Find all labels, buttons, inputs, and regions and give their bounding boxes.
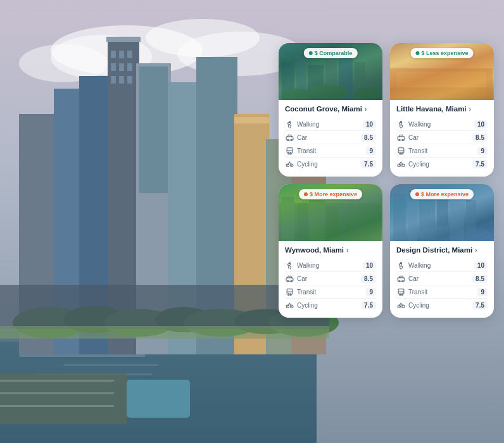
walking-icon <box>285 261 294 270</box>
svg-rect-44 <box>0 392 114 394</box>
badge-wynwood: $ More expensive <box>299 189 362 199</box>
svg-rect-79 <box>298 203 307 241</box>
main-container: $ ComparableCoconut Grove, Miami›Walking… <box>0 0 504 443</box>
transit-icon <box>285 287 294 296</box>
svg-rect-22 <box>119 51 124 58</box>
svg-rect-29 <box>127 76 132 84</box>
transport-label-walking: Walking <box>297 262 319 269</box>
transport-label-walking: Walking <box>408 262 431 269</box>
card-coconut-grove[interactable]: $ ComparableCoconut Grove, Miami›Walking… <box>279 43 382 177</box>
transport-score-cycling: 7.5 <box>361 301 376 309</box>
transport-row-transit: Transit9 <box>285 144 376 157</box>
transport-row-walking: Walking10 <box>396 259 488 271</box>
transport-score-transit: 9 <box>366 288 376 296</box>
cycling-icon <box>285 159 294 168</box>
svg-point-54 <box>310 85 348 100</box>
card-body-wynwood: Wynwood, Miami›Walking10Car8.5Transit9Cy… <box>279 241 382 318</box>
transport-score-transit: 9 <box>366 147 376 155</box>
transport-score-walking: 10 <box>363 120 376 128</box>
transport-label-car: Car <box>408 275 419 282</box>
card-little-havana[interactable]: $ Less expensiveLittle Havana, Miami›Wal… <box>390 43 494 177</box>
car-icon <box>285 133 294 142</box>
svg-rect-24 <box>111 63 116 71</box>
transport-row-cycling: Cycling7.5 <box>396 298 488 311</box>
card-image-design-district: $ More expensive <box>390 184 494 241</box>
transport-row-transit: Transit9 <box>396 285 488 298</box>
svg-rect-78 <box>282 197 294 241</box>
svg-rect-80 <box>309 200 325 241</box>
svg-rect-43 <box>0 380 114 382</box>
transport-label-transit: Transit <box>297 147 316 154</box>
card-title-little-havana[interactable]: Little Havana, Miami› <box>396 105 488 113</box>
svg-rect-45 <box>0 405 114 407</box>
transport-label-car: Car <box>297 275 307 282</box>
transport-score-car: 8.5 <box>361 134 376 142</box>
transport-label-car: Car <box>408 134 419 141</box>
cycling-icon <box>396 159 405 168</box>
card-image-coconut-grove: $ Comparable <box>279 43 382 100</box>
badge-design-district: $ More expensive <box>410 189 474 199</box>
card-body-design-district: Design District, Miami›Walking10Car8.5Tr… <box>390 241 494 318</box>
card-image-wynwood: $ More expensive <box>279 184 382 241</box>
svg-rect-67 <box>390 87 493 100</box>
transport-row-transit: Transit9 <box>285 285 376 298</box>
transport-row-cycling: Cycling7.5 <box>396 157 488 170</box>
transport-score-car: 8.5 <box>472 134 488 142</box>
transport-row-walking: Walking10 <box>285 118 376 130</box>
transport-row-car: Car8.5 <box>396 271 488 285</box>
transport-row-cycling: Cycling7.5 <box>285 157 376 170</box>
transport-score-cycling: 7.5 <box>472 301 488 309</box>
card-title-design-district[interactable]: Design District, Miami› <box>396 246 488 254</box>
card-title-wynwood[interactable]: Wynwood, Miami› <box>285 246 376 254</box>
transport-label-transit: Transit <box>297 289 316 296</box>
svg-rect-18 <box>234 117 269 123</box>
svg-rect-21 <box>111 51 116 58</box>
card-design-district[interactable]: $ More expensiveDesign District, Miami›W… <box>390 184 494 318</box>
transport-row-walking: Walking10 <box>396 118 488 130</box>
svg-rect-41 <box>0 326 329 339</box>
transport-label-car: Car <box>297 134 307 141</box>
svg-rect-28 <box>119 76 124 84</box>
transport-row-car: Car8.5 <box>285 130 376 144</box>
transport-label-transit: Transit <box>408 147 427 154</box>
card-body-coconut-grove: Coconut Grove, Miami›Walking10Car8.5Tran… <box>279 100 382 177</box>
transport-score-cycling: 7.5 <box>361 160 376 168</box>
transport-label-transit: Transit <box>408 289 427 296</box>
transport-score-walking: 10 <box>474 120 488 128</box>
card-body-little-havana: Little Havana, Miami›Walking10Car8.5Tran… <box>390 100 494 177</box>
cycling-icon <box>396 301 405 309</box>
walking-icon <box>285 120 294 128</box>
svg-rect-23 <box>127 51 132 58</box>
badge-little-havana: $ Less expensive <box>410 48 473 58</box>
transport-label-walking: Walking <box>408 121 431 128</box>
svg-rect-14 <box>139 66 168 193</box>
walking-icon <box>396 120 405 128</box>
card-title-coconut-grove[interactable]: Coconut Grove, Miami› <box>285 105 376 113</box>
transport-label-cycling: Cycling <box>408 161 429 168</box>
transport-score-car: 8.5 <box>472 275 488 283</box>
transport-score-cycling: 7.5 <box>472 160 488 168</box>
svg-rect-39 <box>63 364 158 366</box>
card-image-little-havana: $ Less expensive <box>390 43 494 100</box>
transport-row-cycling: Cycling7.5 <box>285 298 376 311</box>
transport-score-car: 8.5 <box>361 275 376 283</box>
transport-score-transit: 9 <box>477 288 488 296</box>
car-icon <box>396 133 405 142</box>
transport-label-cycling: Cycling <box>297 302 318 309</box>
svg-rect-38 <box>19 354 146 357</box>
transport-score-walking: 10 <box>474 261 488 270</box>
transit-icon <box>396 287 405 296</box>
svg-rect-91 <box>393 194 406 241</box>
card-wynwood[interactable]: $ More expensiveWynwood, Miami›Walking10… <box>279 184 382 318</box>
car-icon <box>285 274 294 283</box>
transport-label-cycling: Cycling <box>297 161 318 168</box>
walking-icon <box>396 261 405 270</box>
svg-rect-25 <box>119 63 124 71</box>
transport-score-transit: 9 <box>477 147 488 155</box>
transport-row-walking: Walking10 <box>285 259 376 271</box>
car-icon <box>396 274 405 283</box>
transport-row-car: Car8.5 <box>396 130 488 144</box>
transit-icon <box>396 146 405 155</box>
transit-icon <box>285 146 294 155</box>
transport-label-cycling: Cycling <box>408 302 429 309</box>
